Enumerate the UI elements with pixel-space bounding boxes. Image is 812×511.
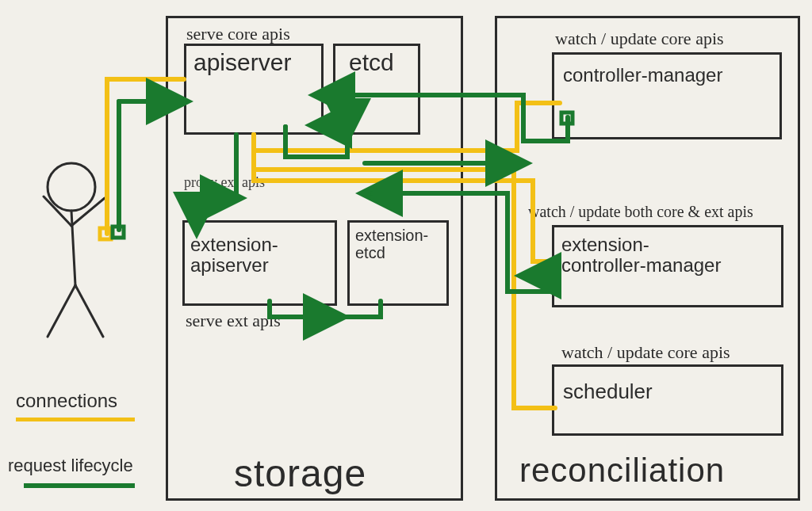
svg-point-0 <box>48 163 95 211</box>
apiserver-label: apiserver <box>193 49 291 76</box>
controller-manager-label: controller-manager <box>563 65 722 86</box>
svg-line-2 <box>44 196 71 226</box>
svg-rect-7 <box>113 227 124 238</box>
etcd-label: etcd <box>349 49 394 76</box>
legend-connections-line <box>16 418 135 421</box>
serve-core-apis-label: serve core apis <box>186 24 290 44</box>
cm-watch-label: watch / update core apis <box>555 29 724 49</box>
svg-rect-6 <box>100 228 111 239</box>
svg-line-5 <box>75 285 103 337</box>
svg-line-3 <box>71 198 105 226</box>
svg-line-4 <box>48 285 75 337</box>
legend-lifecycle-label: request lifecycle <box>8 456 133 476</box>
sched-watch-label: watch / update core apis <box>561 342 730 363</box>
svg-line-1 <box>71 211 75 285</box>
serve-ext-apis-label: serve ext apis <box>186 311 281 331</box>
extension-etcd-label: extension- etcd <box>355 227 428 261</box>
extension-controller-manager-label: extension- controller-manager <box>561 235 721 276</box>
scheduler-label: scheduler <box>563 380 653 403</box>
proxy-ext-apis-label: proxy ext apis <box>184 174 265 191</box>
storage-title: storage <box>234 452 366 495</box>
extension-apiserver-label: extension- apiserver <box>190 235 278 276</box>
reconciliation-title: reconciliation <box>519 452 725 490</box>
legend-connections-label: connections <box>16 390 117 412</box>
ecm-watch-label: watch / update both core & ext apis <box>528 203 753 221</box>
legend-lifecycle-line <box>24 483 135 488</box>
